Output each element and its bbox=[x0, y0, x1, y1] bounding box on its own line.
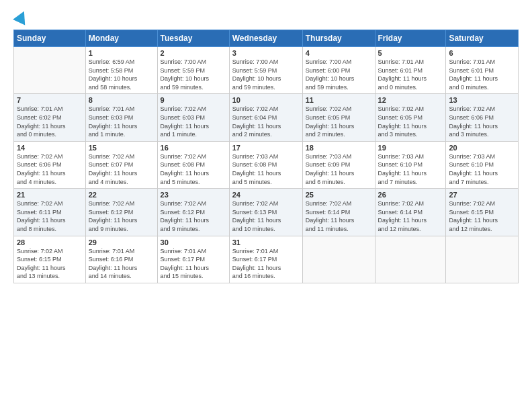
table-row bbox=[302, 236, 375, 283]
table-row: 22Sunrise: 7:02 AM Sunset: 6:12 PM Dayli… bbox=[85, 189, 157, 236]
day-info: Sunrise: 7:03 AM Sunset: 6:09 PM Dayligh… bbox=[306, 152, 372, 186]
calendar-header-row: SundayMondayTuesdayWednesdayThursdayFrid… bbox=[14, 30, 519, 47]
day-number: 28 bbox=[17, 238, 83, 246]
day-number: 27 bbox=[449, 191, 515, 199]
day-info: Sunrise: 7:01 AM Sunset: 6:01 PM Dayligh… bbox=[378, 58, 443, 91]
day-info: Sunrise: 7:02 AM Sunset: 6:04 PM Dayligh… bbox=[232, 105, 300, 138]
table-row: 27Sunrise: 7:02 AM Sunset: 6:15 PM Dayli… bbox=[446, 189, 519, 236]
day-info: Sunrise: 7:02 AM Sunset: 6:15 PM Dayligh… bbox=[17, 247, 83, 281]
day-number: 31 bbox=[232, 238, 300, 246]
calendar-header-thursday: Thursday bbox=[302, 30, 375, 47]
table-row: 31Sunrise: 7:01 AM Sunset: 6:17 PM Dayli… bbox=[229, 236, 302, 283]
table-row: 17Sunrise: 7:03 AM Sunset: 6:08 PM Dayli… bbox=[229, 141, 302, 188]
day-number: 3 bbox=[232, 49, 300, 57]
calendar-week-row: 21Sunrise: 7:02 AM Sunset: 6:11 PM Dayli… bbox=[14, 189, 519, 236]
day-number: 14 bbox=[17, 144, 83, 152]
table-row: 2Sunrise: 7:00 AM Sunset: 5:59 PM Daylig… bbox=[157, 47, 229, 94]
day-info: Sunrise: 7:02 AM Sunset: 6:12 PM Dayligh… bbox=[89, 199, 154, 233]
table-row: 6Sunrise: 7:01 AM Sunset: 6:01 PM Daylig… bbox=[446, 47, 519, 94]
table-row: 16Sunrise: 7:02 AM Sunset: 6:08 PM Dayli… bbox=[157, 141, 229, 188]
day-info: Sunrise: 7:02 AM Sunset: 6:03 PM Dayligh… bbox=[161, 105, 226, 138]
day-number: 24 bbox=[232, 191, 300, 199]
day-info: Sunrise: 7:01 AM Sunset: 6:01 PM Dayligh… bbox=[449, 58, 515, 91]
calendar-header-wednesday: Wednesday bbox=[229, 30, 302, 47]
day-number: 9 bbox=[161, 96, 226, 104]
day-info: Sunrise: 7:01 AM Sunset: 6:17 PM Dayligh… bbox=[232, 247, 300, 281]
calendar-week-row: 14Sunrise: 7:02 AM Sunset: 6:06 PM Dayli… bbox=[14, 141, 519, 188]
day-number: 7 bbox=[17, 96, 83, 104]
day-info: Sunrise: 7:01 AM Sunset: 6:17 PM Dayligh… bbox=[161, 247, 226, 281]
day-number: 15 bbox=[89, 144, 154, 152]
calendar-week-row: 7Sunrise: 7:01 AM Sunset: 6:02 PM Daylig… bbox=[14, 94, 519, 141]
calendar-week-row: 1Sunrise: 6:59 AM Sunset: 5:58 PM Daylig… bbox=[14, 47, 519, 94]
day-number: 2 bbox=[161, 49, 226, 57]
day-info: Sunrise: 7:02 AM Sunset: 6:06 PM Dayligh… bbox=[17, 152, 83, 186]
day-info: Sunrise: 7:02 AM Sunset: 6:14 PM Dayligh… bbox=[306, 199, 372, 233]
calendar-header-sunday: Sunday bbox=[14, 30, 86, 47]
calendar-header-tuesday: Tuesday bbox=[157, 30, 229, 47]
day-number: 23 bbox=[161, 191, 226, 199]
table-row: 12Sunrise: 7:02 AM Sunset: 6:05 PM Dayli… bbox=[375, 94, 446, 141]
logo bbox=[13, 11, 28, 23]
table-row bbox=[446, 236, 519, 283]
day-number: 29 bbox=[89, 238, 154, 246]
day-info: Sunrise: 7:02 AM Sunset: 6:05 PM Dayligh… bbox=[378, 105, 443, 138]
day-info: Sunrise: 7:03 AM Sunset: 6:10 PM Dayligh… bbox=[378, 152, 443, 186]
day-info: Sunrise: 7:02 AM Sunset: 6:13 PM Dayligh… bbox=[232, 199, 300, 233]
table-row: 28Sunrise: 7:02 AM Sunset: 6:15 PM Dayli… bbox=[14, 236, 86, 283]
day-info: Sunrise: 7:03 AM Sunset: 6:08 PM Dayligh… bbox=[232, 152, 300, 186]
table-row: 7Sunrise: 7:01 AM Sunset: 6:02 PM Daylig… bbox=[14, 94, 86, 141]
table-row: 13Sunrise: 7:02 AM Sunset: 6:06 PM Dayli… bbox=[446, 94, 519, 141]
table-row: 21Sunrise: 7:02 AM Sunset: 6:11 PM Dayli… bbox=[14, 189, 86, 236]
calendar-header-monday: Monday bbox=[85, 30, 157, 47]
day-info: Sunrise: 7:00 AM Sunset: 5:59 PM Dayligh… bbox=[161, 58, 226, 91]
day-info: Sunrise: 7:01 AM Sunset: 6:16 PM Dayligh… bbox=[89, 247, 154, 281]
day-number: 5 bbox=[378, 49, 443, 57]
calendar-table: SundayMondayTuesdayWednesdayThursdayFrid… bbox=[13, 30, 519, 283]
day-number: 12 bbox=[378, 96, 443, 104]
page: SundayMondayTuesdayWednesdayThursdayFrid… bbox=[0, 0, 532, 411]
day-info: Sunrise: 7:02 AM Sunset: 6:15 PM Dayligh… bbox=[449, 199, 515, 233]
day-number: 1 bbox=[89, 49, 154, 57]
table-row: 29Sunrise: 7:01 AM Sunset: 6:16 PM Dayli… bbox=[85, 236, 157, 283]
calendar-header-friday: Friday bbox=[375, 30, 446, 47]
table-row: 30Sunrise: 7:01 AM Sunset: 6:17 PM Dayli… bbox=[157, 236, 229, 283]
table-row: 24Sunrise: 7:02 AM Sunset: 6:13 PM Dayli… bbox=[229, 189, 302, 236]
day-info: Sunrise: 7:00 AM Sunset: 5:59 PM Dayligh… bbox=[232, 58, 300, 91]
table-row: 25Sunrise: 7:02 AM Sunset: 6:14 PM Dayli… bbox=[302, 189, 375, 236]
day-number: 13 bbox=[449, 96, 515, 104]
day-number: 22 bbox=[89, 191, 154, 199]
day-info: Sunrise: 7:02 AM Sunset: 6:05 PM Dayligh… bbox=[306, 105, 372, 138]
day-number: 26 bbox=[378, 191, 443, 199]
day-info: Sunrise: 7:02 AM Sunset: 6:06 PM Dayligh… bbox=[449, 105, 515, 138]
table-row: 14Sunrise: 7:02 AM Sunset: 6:06 PM Dayli… bbox=[14, 141, 86, 188]
day-number: 30 bbox=[161, 238, 226, 246]
day-info: Sunrise: 7:01 AM Sunset: 6:02 PM Dayligh… bbox=[17, 105, 83, 138]
table-row bbox=[14, 47, 86, 94]
day-number: 21 bbox=[17, 191, 83, 199]
day-info: Sunrise: 7:02 AM Sunset: 6:07 PM Dayligh… bbox=[89, 152, 154, 186]
logo-triangle-icon bbox=[13, 9, 30, 26]
calendar-week-row: 28Sunrise: 7:02 AM Sunset: 6:15 PM Dayli… bbox=[14, 236, 519, 283]
day-info: Sunrise: 7:01 AM Sunset: 6:03 PM Dayligh… bbox=[89, 105, 154, 138]
table-row: 26Sunrise: 7:02 AM Sunset: 6:14 PM Dayli… bbox=[375, 189, 446, 236]
day-number: 17 bbox=[232, 144, 300, 152]
day-number: 6 bbox=[449, 49, 515, 57]
header bbox=[13, 11, 519, 23]
calendar-header-saturday: Saturday bbox=[446, 30, 519, 47]
day-number: 11 bbox=[306, 96, 372, 104]
table-row: 8Sunrise: 7:01 AM Sunset: 6:03 PM Daylig… bbox=[85, 94, 157, 141]
table-row: 3Sunrise: 7:00 AM Sunset: 5:59 PM Daylig… bbox=[229, 47, 302, 94]
day-info: Sunrise: 7:02 AM Sunset: 6:14 PM Dayligh… bbox=[378, 199, 443, 233]
day-info: Sunrise: 7:00 AM Sunset: 6:00 PM Dayligh… bbox=[306, 58, 372, 91]
table-row: 1Sunrise: 6:59 AM Sunset: 5:58 PM Daylig… bbox=[85, 47, 157, 94]
table-row: 15Sunrise: 7:02 AM Sunset: 6:07 PM Dayli… bbox=[85, 141, 157, 188]
day-info: Sunrise: 7:02 AM Sunset: 6:12 PM Dayligh… bbox=[161, 199, 226, 233]
table-row: 5Sunrise: 7:01 AM Sunset: 6:01 PM Daylig… bbox=[375, 47, 446, 94]
day-info: Sunrise: 6:59 AM Sunset: 5:58 PM Dayligh… bbox=[89, 58, 154, 91]
day-number: 19 bbox=[378, 144, 443, 152]
table-row: 9Sunrise: 7:02 AM Sunset: 6:03 PM Daylig… bbox=[157, 94, 229, 141]
day-number: 8 bbox=[89, 96, 154, 104]
table-row: 18Sunrise: 7:03 AM Sunset: 6:09 PM Dayli… bbox=[302, 141, 375, 188]
day-number: 25 bbox=[306, 191, 372, 199]
